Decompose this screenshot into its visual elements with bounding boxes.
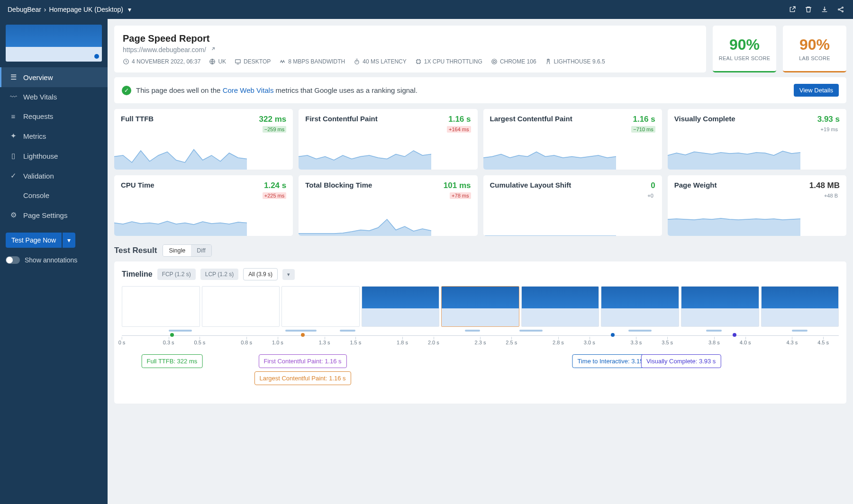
annotations-label: Show annotations bbox=[25, 256, 77, 264]
sidebar: ☰Overview〰Web Vitals≡Requests✦Metrics▯Li… bbox=[0, 19, 108, 504]
timeline-event-label[interactable]: First Contentful Paint: 1.16 s bbox=[259, 354, 347, 368]
open-external-icon[interactable] bbox=[788, 5, 797, 14]
metric-delta: +19 ms bbox=[819, 126, 840, 133]
sidebar-item-overview[interactable]: ☰Overview bbox=[0, 67, 108, 87]
lab-score-value: 90% bbox=[799, 36, 830, 54]
metric-card-largest-contentful-paint[interactable]: Largest Contentful Paint1.16 s−710 ms bbox=[483, 109, 662, 170]
lab-score-card[interactable]: 90% LAB SCORE bbox=[783, 26, 846, 72]
timeline-frame[interactable] bbox=[521, 286, 599, 327]
metric-value: 1.16 s bbox=[633, 115, 655, 124]
timeline-tick: 3.0 s bbox=[584, 340, 595, 345]
tab-single[interactable]: Single bbox=[163, 245, 191, 256]
timeline-chip-all[interactable]: All (3.9 s) bbox=[243, 268, 278, 280]
timeline-frame[interactable] bbox=[281, 286, 360, 327]
timeline-tick: 2.0 s bbox=[428, 340, 439, 345]
timeline-tick: 2.5 s bbox=[506, 340, 517, 345]
metric-card-total-blocking-time[interactable]: Total Blocking Time101 ms+78 ms bbox=[299, 175, 477, 236]
timeline-chip-lcp[interactable]: LCP (1.2 s) bbox=[200, 269, 238, 280]
timeline-marker bbox=[170, 333, 174, 337]
sidebar-item-metrics[interactable]: ✦Metrics bbox=[0, 126, 108, 146]
page-thumbnail[interactable] bbox=[6, 25, 102, 62]
real-user-score-value: 90% bbox=[729, 36, 760, 54]
timeline-event-label[interactable]: Largest Contentful Paint: 1.16 s bbox=[254, 371, 351, 385]
timeline-event-label[interactable]: Visually Complete: 3.93 s bbox=[641, 354, 721, 368]
metric-card-cumulative-layout-shift[interactable]: Cumulative Layout Shift0+0 bbox=[483, 175, 662, 236]
report-url[interactable]: https://www.debugbear.com/ bbox=[123, 46, 206, 54]
grid-icon: ☰ bbox=[9, 73, 18, 81]
sidebar-item-label: Overview bbox=[23, 73, 53, 81]
metric-card-cpu-time[interactable]: CPU Time1.24 s+225 ms bbox=[114, 175, 293, 236]
timeline-frame[interactable] bbox=[441, 286, 519, 327]
timeline-chip-fcp[interactable]: FCP (1.2 s) bbox=[157, 269, 196, 280]
timeline-card: Timeline FCP (1.2 s) LCP (1.2 s) All (3.… bbox=[114, 261, 846, 404]
timeline-frame[interactable] bbox=[362, 286, 440, 327]
meta-cpu: 1X CPU THROTTLING bbox=[415, 58, 482, 65]
annotations-toggle[interactable] bbox=[6, 256, 20, 264]
timeline-tick: 4.0 s bbox=[740, 340, 751, 345]
metric-card-full-ttfb[interactable]: Full TTFB322 ms−259 ms bbox=[114, 109, 293, 170]
test-page-button[interactable]: Test Page Now bbox=[6, 233, 62, 248]
metric-card-page-weight[interactable]: Page Weight1.48 MB+48 B bbox=[668, 175, 846, 236]
timeline-frame[interactable] bbox=[122, 286, 200, 327]
timeline-event-label[interactable]: Full TTFB: 322 ms bbox=[142, 354, 203, 368]
sidebar-item-web-vitals[interactable]: 〰Web Vitals bbox=[0, 87, 108, 107]
metric-sparkline bbox=[668, 146, 800, 170]
timeline-activity-bar bbox=[465, 330, 481, 332]
trash-icon[interactable] bbox=[804, 5, 813, 14]
spark-icon: ✦ bbox=[9, 132, 18, 140]
timeline-frame[interactable] bbox=[681, 286, 759, 327]
svg-point-1 bbox=[842, 7, 844, 9]
timeline-activity-bar bbox=[285, 330, 317, 332]
content-area: Page Speed Report https://www.debugbear.… bbox=[108, 19, 853, 504]
page-title: Page Speed Report bbox=[123, 33, 698, 44]
timeline-tick: 2.3 s bbox=[475, 340, 486, 345]
metric-title: First Contentful Paint bbox=[305, 115, 471, 123]
metric-title: Cumulative Layout Shift bbox=[490, 181, 655, 189]
meta-region: UK bbox=[209, 58, 226, 65]
metric-value: 322 ms bbox=[259, 115, 287, 124]
real-user-score-card[interactable]: 90% REAL USER SCORE bbox=[713, 26, 776, 72]
metric-delta: +164 ms bbox=[447, 126, 471, 133]
timeline-frame[interactable] bbox=[202, 286, 280, 327]
timeline-marker bbox=[301, 333, 305, 337]
timeline-tick: 1.3 s bbox=[319, 340, 330, 345]
sidebar-item-requests[interactable]: ≡Requests bbox=[0, 107, 108, 126]
metric-sparkline bbox=[668, 212, 800, 236]
breadcrumb-page: Homepage UK (Desktop) bbox=[49, 6, 123, 13]
sidebar-item-label: Web Vitals bbox=[23, 93, 57, 101]
timeline-frame[interactable] bbox=[601, 286, 679, 327]
timeline-tick: 1.8 s bbox=[397, 340, 408, 345]
metric-delta: +225 ms bbox=[263, 192, 287, 199]
metric-sparkline bbox=[299, 212, 431, 236]
sidebar-item-page-settings[interactable]: ⚙Page Settings bbox=[0, 205, 108, 225]
pulse-icon: 〰 bbox=[9, 93, 18, 101]
timeline-activity-bar bbox=[706, 330, 722, 332]
chevron-down-icon[interactable]: ▾ bbox=[128, 6, 131, 13]
breadcrumb[interactable]: DebugBear › Homepage UK (Desktop) ▾ bbox=[8, 6, 131, 13]
core-web-vitals-link[interactable]: Core Web Vitals bbox=[223, 86, 274, 94]
metric-card-visually-complete[interactable]: Visually Complete3.93 s+19 ms bbox=[668, 109, 846, 170]
timeline-frame[interactable] bbox=[761, 286, 839, 327]
metric-card-first-contentful-paint[interactable]: First Contentful Paint1.16 s+164 ms bbox=[299, 109, 477, 170]
metric-delta: −259 ms bbox=[263, 126, 287, 133]
tab-diff[interactable]: Diff bbox=[191, 245, 211, 256]
download-icon[interactable] bbox=[820, 5, 829, 14]
sidebar-item-label: Lighthouse bbox=[23, 152, 58, 160]
timeline-activity-bar bbox=[169, 330, 192, 332]
lab-score-label: LAB SCORE bbox=[799, 55, 830, 61]
lighthouse-icon: ▯ bbox=[9, 152, 18, 160]
open-external-icon[interactable] bbox=[209, 47, 215, 53]
test-page-dropdown[interactable]: ▾ bbox=[63, 233, 75, 248]
svg-rect-7 bbox=[417, 60, 420, 63]
timeline-dropdown[interactable]: ▾ bbox=[282, 269, 295, 280]
core-web-vitals-banner: ✓ This page does well on the Core Web Vi… bbox=[114, 77, 846, 103]
timeline-activity-bar bbox=[340, 330, 355, 332]
sidebar-item-label: Console bbox=[23, 191, 49, 199]
sidebar-item-console[interactable]: Console bbox=[0, 186, 108, 205]
metric-value: 101 ms bbox=[444, 181, 471, 190]
view-details-button[interactable]: View Details bbox=[794, 84, 839, 97]
sidebar-item-validation[interactable]: ✓Validation bbox=[0, 166, 108, 186]
share-icon[interactable] bbox=[836, 5, 845, 14]
svg-point-2 bbox=[842, 11, 844, 12]
sidebar-item-lighthouse[interactable]: ▯Lighthouse bbox=[0, 146, 108, 166]
